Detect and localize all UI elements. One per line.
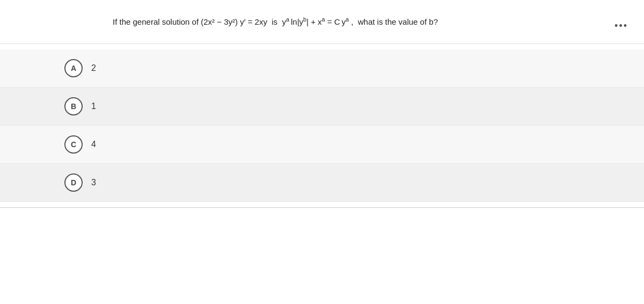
more-options-button[interactable]: ••• bbox=[614, 20, 628, 32]
option-letter-d: D bbox=[71, 178, 76, 187]
option-letter-b: B bbox=[71, 102, 76, 111]
option-value-c: 4 bbox=[91, 140, 96, 149]
option-value-a: 2 bbox=[91, 63, 96, 73]
question-text: If the general solution of (2x² − 3y²) y… bbox=[113, 15, 553, 28]
option-letter-a: A bbox=[71, 64, 76, 73]
option-row-b[interactable]: B 1 bbox=[0, 88, 644, 126]
option-value-d: 3 bbox=[91, 178, 96, 187]
option-value-b: 1 bbox=[91, 102, 96, 111]
bottom-divider bbox=[0, 207, 644, 208]
option-circle-a[interactable]: A bbox=[64, 59, 83, 77]
option-circle-c[interactable]: C bbox=[64, 135, 83, 154]
option-row-c[interactable]: C 4 bbox=[0, 126, 644, 164]
option-row-d[interactable]: D 3 bbox=[0, 164, 644, 202]
option-circle-d[interactable]: D bbox=[64, 173, 83, 192]
question-container: If the general solution of (2x² − 3y²) y… bbox=[0, 0, 644, 44]
options-area: A 2 B 1 C 4 D 3 bbox=[0, 49, 644, 202]
option-circle-b[interactable]: B bbox=[64, 97, 83, 115]
option-letter-c: C bbox=[71, 140, 76, 149]
option-row-a[interactable]: A 2 bbox=[0, 49, 644, 88]
